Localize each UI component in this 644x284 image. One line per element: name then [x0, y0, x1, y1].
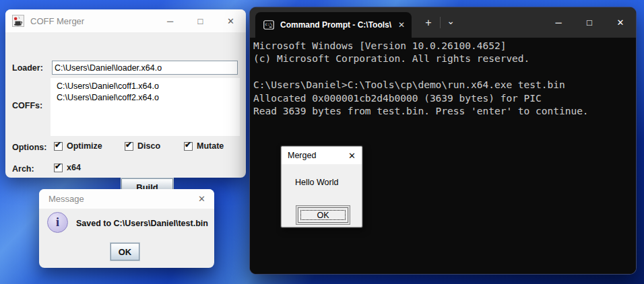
terminal-tab-title: Command Prompt - C:\Tools\ — [280, 20, 394, 30]
options-label: Options: — [12, 143, 46, 152]
terminal-line: (c) Microsoft Corporation. All rights re… — [253, 52, 636, 65]
checkbox-x64-box[interactable]: ✔ — [54, 164, 63, 172]
terminal-line: Read 3639 bytes from test.bin. Press 'en… — [253, 105, 636, 118]
terminal-tab[interactable]: c:\ Command Prompt - C:\Tools\ ✕ — [255, 12, 412, 38]
checkbox-disco[interactable]: ✔ Disco — [125, 141, 160, 151]
merged-dialog: Merged ✕ Hello World OK — [281, 146, 362, 227]
new-tab-button[interactable]: + — [418, 13, 439, 32]
merged-ok-button-label: OK — [300, 210, 346, 220]
checkbox-mutate-label: Mutate — [197, 141, 224, 151]
terminal-window: c:\ Command Prompt - C:\Tools\ ✕ + ⌄ ─ □… — [249, 7, 637, 275]
check-icon: ✔ — [55, 140, 61, 149]
loader-label: Loader: — [12, 63, 43, 73]
message-dialog: Message ✕ i Saved to C:\Users\Daniel\tes… — [39, 189, 214, 268]
terminal-maximize-button[interactable]: □ — [574, 7, 605, 38]
checkbox-optimize-box[interactable]: ✔ — [54, 142, 63, 151]
cmd-icon: c:\ — [263, 20, 274, 30]
checkbox-mutate[interactable]: ✔ Mutate — [184, 141, 224, 151]
message-titlebar[interactable]: Message ✕ — [39, 189, 214, 209]
message-text: Saved to C:\Users\Daniel\test.bin — [76, 219, 208, 228]
java-app-icon — [12, 15, 24, 27]
check-icon: ✔ — [125, 140, 132, 149]
coffs-list[interactable]: C:\Users\Daniel\coff1.x64.o C:\Users\Dan… — [51, 78, 240, 136]
minimize-button[interactable]: ─ — [155, 9, 185, 32]
tab-dropdown-chevron-icon[interactable]: ⌄ — [441, 11, 460, 30]
check-icon: ✔ — [185, 140, 191, 149]
terminal-line: Allocated 0x000001cb2d4b0000 (3639 bytes… — [253, 92, 636, 105]
terminal-minimize-button[interactable]: ─ — [543, 7, 574, 38]
coff-titlebar[interactable]: COFF Merger ─ □ ✕ — [5, 9, 246, 32]
merged-ok-button-face: OK — [298, 207, 348, 223]
checkbox-optimize-label: Optimize — [67, 141, 102, 151]
merged-message-text: Hello World — [295, 178, 338, 187]
checkbox-x64-label: x64 — [67, 163, 81, 172]
checkbox-x64[interactable]: ✔ x64 — [54, 163, 81, 172]
check-icon: ✔ — [55, 162, 61, 171]
close-icon[interactable]: ✕ — [198, 194, 205, 204]
message-dialog-title: Message — [49, 194, 84, 204]
checkbox-disco-box[interactable]: ✔ — [125, 142, 133, 151]
terminal-line: Microsoft Windows [Version 10.0.26100.46… — [253, 40, 636, 52]
merged-ok-button[interactable]: OK — [296, 205, 350, 225]
coffs-label: COFFs: — [12, 101, 42, 110]
terminal-line — [253, 66, 636, 79]
terminal-line: C:\Users\Daniel>C:\Tools\cp\demo\run.x64… — [253, 79, 636, 92]
message-ok-button[interactable]: OK — [110, 243, 139, 260]
tab-close-icon[interactable]: ✕ — [398, 20, 405, 30]
window-title: COFF Merger — [30, 16, 84, 26]
loader-input[interactable] — [52, 61, 238, 75]
terminal-titlebar[interactable]: c:\ Command Prompt - C:\Tools\ ✕ + ⌄ ─ □… — [250, 7, 636, 38]
maximize-button[interactable]: □ — [185, 9, 216, 32]
checkbox-mutate-box[interactable]: ✔ — [184, 142, 193, 151]
checkbox-optimize[interactable]: ✔ Optimize — [54, 141, 102, 151]
arch-label: Arch: — [12, 164, 34, 174]
merged-dialog-title: Merged — [288, 151, 316, 160]
info-icon: i — [47, 212, 68, 233]
coff-body: Loader: C:\Users\Daniel\coff1.x64.o C:\U… — [5, 32, 246, 178]
terminal-close-button[interactable]: ✕ — [605, 7, 636, 38]
merged-titlebar[interactable]: Merged ✕ — [282, 147, 362, 164]
tab-divider — [440, 17, 441, 28]
close-button[interactable]: ✕ — [216, 9, 246, 32]
coff-merger-window: COFF Merger ─ □ ✕ Loader: C:\Users\Danie… — [5, 9, 246, 178]
coff-list-item[interactable]: C:\Users\Daniel\coff2.x64.o — [57, 92, 240, 104]
checkbox-disco-label: Disco — [137, 141, 160, 151]
close-icon[interactable]: ✕ — [348, 151, 356, 161]
desktop: COFF Merger ─ □ ✕ Loader: C:\Users\Danie… — [0, 0, 644, 284]
svg-text:c:\: c:\ — [265, 22, 273, 26]
coff-list-item[interactable]: C:\Users\Daniel\coff1.x64.o — [57, 81, 240, 92]
